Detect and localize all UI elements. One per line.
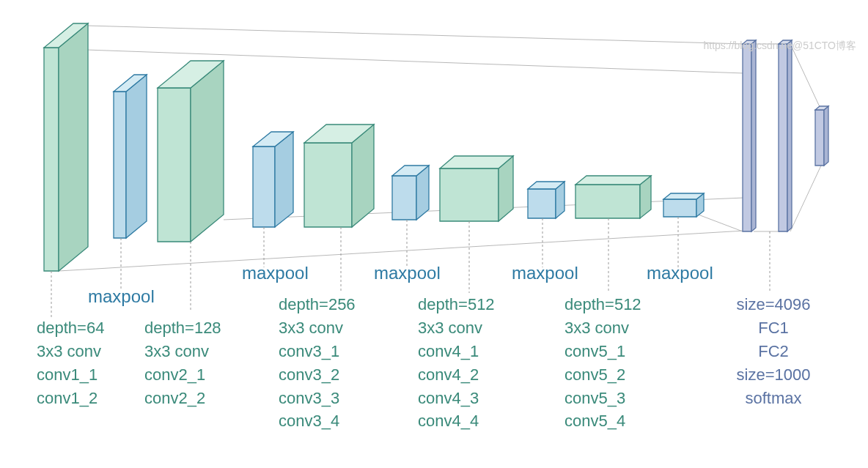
conv3-l4: conv3_4 (279, 412, 339, 430)
conv1-kern: 3x3 conv (37, 342, 101, 360)
conv4-l4: conv4_4 (418, 412, 479, 430)
svg-marker-15 (158, 88, 191, 242)
svg-marker-38 (663, 193, 704, 199)
conv2-l1: conv2_1 (144, 365, 205, 384)
svg-marker-27 (440, 168, 499, 221)
conv4-l1: conv4_1 (418, 342, 479, 360)
conv3-text: depth=256 3x3 conv conv3_1 conv3_2 conv3… (279, 293, 356, 433)
svg-marker-43 (787, 40, 792, 231)
conv5-l2: conv5_2 (564, 365, 625, 384)
conv4-kern: 3x3 conv (418, 319, 482, 337)
svg-marker-36 (663, 199, 696, 217)
conv4-l2: conv4_2 (418, 365, 479, 384)
svg-marker-33 (575, 185, 640, 218)
pool2-block (253, 132, 293, 227)
maxpool3-label: maxpool (374, 261, 441, 286)
svg-line-0 (87, 26, 744, 44)
svg-marker-16 (191, 61, 224, 242)
conv1-block (44, 23, 88, 271)
svg-marker-12 (114, 92, 126, 238)
pool4-block (528, 182, 564, 218)
conv3-kern: 3x3 conv (279, 319, 343, 337)
svg-marker-45 (815, 110, 824, 166)
fc-size1: size=4096 (737, 295, 811, 313)
conv5-l3: conv5_3 (564, 389, 625, 407)
pool1-block (114, 75, 147, 238)
conv1-text: depth=64 3x3 conv conv1_1 conv1_2 (37, 316, 104, 410)
conv5-l4: conv5_4 (564, 412, 625, 430)
fc-text: size=4096 FC1 FC2 size=1000 softmax (726, 293, 821, 409)
svg-marker-19 (275, 132, 293, 227)
svg-marker-10 (59, 23, 88, 271)
conv3-depth: depth=256 (279, 295, 356, 313)
conv5-kern: 3x3 conv (564, 319, 629, 337)
conv5-l1: conv5_1 (564, 342, 625, 360)
conv4-text: depth=512 3x3 conv conv4_1 conv4_2 conv4… (418, 293, 495, 433)
fc1-block (743, 40, 756, 231)
svg-marker-42 (779, 44, 787, 231)
maxpool5-label: maxpool (647, 261, 713, 286)
fc2-label: FC2 (758, 342, 789, 360)
maxpool4-label: maxpool (512, 261, 578, 286)
conv3-l1: conv3_1 (279, 342, 339, 360)
svg-marker-21 (304, 143, 352, 227)
svg-marker-9 (44, 48, 59, 271)
maxpool2-label: maxpool (242, 261, 309, 286)
conv3-l3: conv3_3 (279, 389, 339, 407)
fc1-label: FC1 (758, 319, 789, 337)
softmax-block (815, 106, 828, 166)
conv2-depth: depth=128 (144, 319, 221, 337)
conv3-block (304, 125, 374, 227)
svg-marker-40 (751, 40, 756, 231)
conv5-depth: depth=512 (564, 295, 641, 313)
conv2-block (158, 61, 224, 242)
conv5-block (575, 176, 651, 218)
fc-size2: size=1000 (737, 365, 811, 384)
conv2-l2: conv2_2 (144, 389, 205, 407)
watermark-text: https://blog.csdn.ne@51CTO博客 (704, 40, 857, 53)
conv5-text: depth=512 3x3 conv conv5_1 conv5_2 conv5… (564, 293, 641, 433)
svg-marker-39 (743, 44, 751, 231)
svg-marker-24 (392, 176, 416, 220)
svg-marker-46 (824, 106, 828, 166)
svg-marker-13 (126, 75, 147, 238)
maxpool1-label: maxpool (88, 284, 155, 310)
svg-line-8 (790, 166, 821, 231)
conv4-depth: depth=512 (418, 295, 495, 313)
svg-marker-35 (575, 176, 651, 185)
svg-line-7 (790, 44, 821, 110)
conv1-l1: conv1_1 (37, 365, 98, 384)
conv3-l2: conv3_2 (279, 365, 339, 384)
conv4-l3: conv4_3 (418, 389, 479, 407)
conv2-text: depth=128 3x3 conv conv2_1 conv2_2 (144, 316, 221, 410)
fc2-block (779, 40, 792, 231)
pool3-block (392, 166, 429, 220)
softmax-label: softmax (745, 389, 801, 407)
svg-marker-18 (253, 146, 275, 227)
pool5-block (663, 193, 704, 217)
conv2-kern: 3x3 conv (144, 342, 209, 360)
conv1-depth: depth=64 (37, 319, 104, 337)
conv1-l2: conv1_2 (37, 389, 98, 407)
conv4-block (440, 156, 513, 221)
svg-marker-30 (528, 189, 556, 218)
